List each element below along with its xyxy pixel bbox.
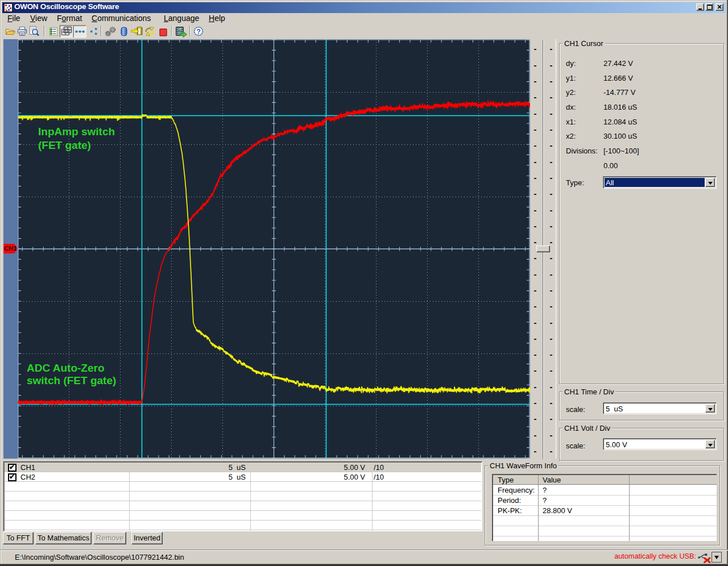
svg-text:(FET gate): (FET gate) — [38, 139, 91, 151]
svg-text:switch (FET gate): switch (FET gate) — [27, 374, 116, 386]
svg-text:ADC Auto-Zero: ADC Auto-Zero — [27, 362, 105, 374]
svg-text:?: ? — [196, 28, 201, 36]
svg-text:InpAmp switch: InpAmp switch — [38, 126, 115, 138]
